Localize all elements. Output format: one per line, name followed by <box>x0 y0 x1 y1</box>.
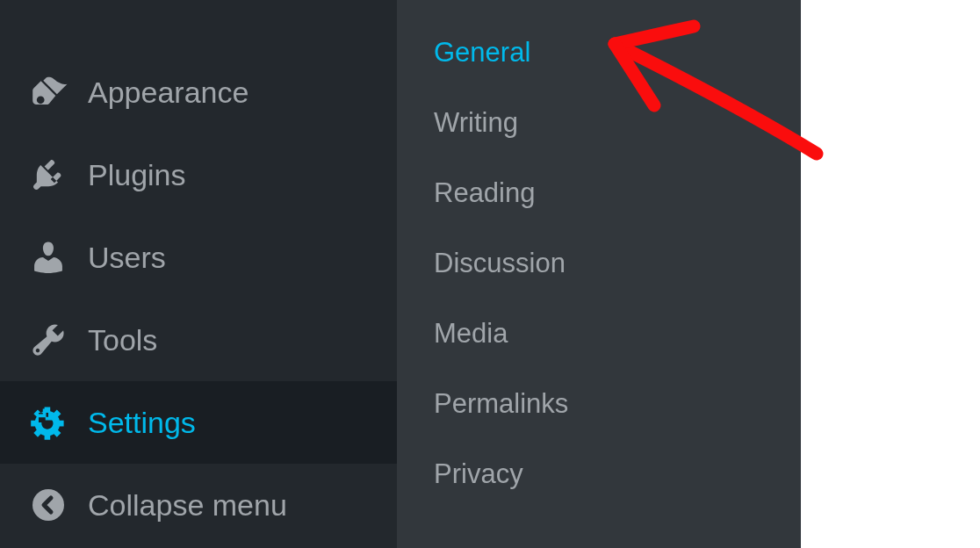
sidebar-item-appearance[interactable]: Appearance <box>0 51 397 133</box>
sidebar-item-label: Users <box>88 241 166 275</box>
sidebar-item-users[interactable]: Users <box>0 216 397 299</box>
admin-sidebar: Appearance Plugins Users Tools Settings … <box>0 0 397 548</box>
tools-icon <box>26 318 70 362</box>
sidebar-item-label: Appearance <box>88 76 249 110</box>
collapse-menu-label: Collapse menu <box>88 488 287 523</box>
plugins-icon <box>26 153 70 197</box>
collapse-menu-button[interactable]: Collapse menu <box>0 464 397 546</box>
submenu-item-writing[interactable]: Writing <box>397 88 801 158</box>
submenu-item-privacy[interactable]: Privacy <box>397 439 801 509</box>
svg-point-0 <box>32 489 64 521</box>
submenu-item-media[interactable]: Media <box>397 299 801 369</box>
sidebar-item-settings[interactable]: Settings <box>0 381 397 464</box>
submenu-item-general[interactable]: General <box>397 18 801 88</box>
submenu-item-reading[interactable]: Reading <box>397 158 801 228</box>
submenu-item-discussion[interactable]: Discussion <box>397 228 801 299</box>
sidebar-item-tools[interactable]: Tools <box>0 299 397 381</box>
sidebar-item-label: Settings <box>88 406 196 440</box>
sidebar-item-label: Plugins <box>88 158 186 192</box>
users-icon <box>26 235 70 279</box>
settings-submenu: General Writing Reading Discussion Media… <box>397 0 801 548</box>
sidebar-item-plugins[interactable]: Plugins <box>0 133 397 216</box>
submenu-item-permalinks[interactable]: Permalinks <box>397 369 801 439</box>
appearance-icon <box>26 70 70 114</box>
collapse-icon <box>26 483 70 527</box>
sidebar-item-label: Tools <box>88 323 157 357</box>
settings-icon <box>26 400 70 444</box>
